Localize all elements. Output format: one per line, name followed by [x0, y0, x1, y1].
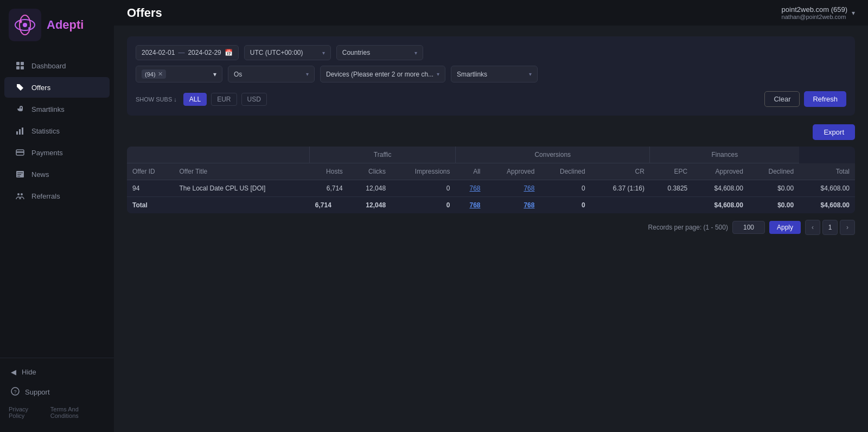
data-table-panel: Traffic Conversions Finances Offer ID Of… [127, 147, 855, 213]
clear-button[interactable]: Clear [764, 91, 800, 107]
cell-hosts: 6,714 [310, 180, 348, 197]
devices-value: Devices (Please enter 2 or more ch... [326, 71, 433, 78]
cell-total-declined: 0 [540, 197, 590, 214]
sidebar-item-dashboard[interactable]: Dashboard [4, 55, 110, 76]
payments-icon [15, 148, 25, 157]
svg-rect-9 [16, 131, 18, 135]
svg-rect-7 [16, 66, 20, 69]
sidebar-item-label: Dashboard [31, 62, 66, 70]
sidebar-item-news[interactable]: News [4, 164, 110, 185]
th-offer-id: Offer ID [127, 163, 174, 180]
sidebar-item-referrals[interactable]: Referrals [4, 186, 110, 206]
svg-rect-10 [19, 129, 21, 135]
date-range-picker[interactable]: 2024-02-01 — 2024-02-29 📅 [136, 45, 239, 60]
th-traffic: Traffic [310, 147, 456, 163]
cell-total-all[interactable]: 768 [456, 197, 486, 214]
cell-total-clicks: 12,048 [348, 197, 391, 214]
svg-rect-5 [16, 62, 20, 65]
user-info: point2web.com (659) nathan@point2web.com… [782, 5, 855, 20]
referrals-icon [15, 191, 25, 201]
refresh-button[interactable]: Refresh [804, 91, 846, 107]
cell-all[interactable]: 768 [456, 180, 486, 197]
dashboard-icon [15, 61, 25, 71]
prev-page-button[interactable]: ‹ [805, 220, 820, 235]
sidebar-item-payments[interactable]: Payments [4, 142, 110, 163]
sidebar-item-offers[interactable]: Offers [4, 77, 110, 98]
sidebar-item-statistics[interactable]: Statistics [4, 120, 110, 141]
cell-approved[interactable]: 768 [486, 180, 540, 197]
timezone-select[interactable]: UTC (UTC+00:00) ▾ [244, 45, 331, 60]
logo-area: Adepti [0, 0, 114, 50]
currency-usd-button[interactable]: USD [241, 93, 267, 106]
smartlinks-select[interactable]: Smartlinks ▾ [451, 66, 538, 82]
th-cr: CR [591, 163, 650, 180]
show-subs-label: SHOW SUBS ↓ [136, 96, 177, 103]
sidebar-item-label: News [31, 170, 49, 179]
records-per-page-label: Records per page: (1 - 500) [648, 224, 728, 231]
page-nav: ‹ 1 › [805, 220, 855, 235]
os-value: Os [234, 71, 303, 78]
th-offer-title: Offer Title [174, 163, 309, 180]
offer-tag-badge: (94) ✕ [142, 69, 166, 79]
apply-button[interactable]: Apply [769, 221, 801, 234]
export-button[interactable]: Export [813, 124, 855, 140]
cell-total-impressions: 0 [391, 197, 455, 214]
tag-close-icon[interactable]: ✕ [158, 71, 163, 78]
user-email: nathan@point2web.com [782, 14, 847, 20]
th-epc: EPC [650, 163, 693, 180]
hide-sidebar-button[interactable]: ◀ Hide [0, 363, 114, 382]
th-hosts: Hosts [310, 163, 348, 180]
terms-link[interactable]: Terms And Conditions [50, 406, 105, 419]
cell-total-epc [650, 197, 693, 214]
svg-rect-13 [16, 151, 24, 153]
th-fin-total: Total [799, 163, 855, 180]
os-select[interactable]: Os ▾ [228, 66, 315, 82]
offers-icon [15, 82, 25, 92]
sidebar-item-label: Payments [31, 149, 63, 157]
offer-tag-select[interactable]: (94) ✕ ▾ [136, 66, 222, 82]
chevron-down-icon: ▾ [414, 50, 417, 56]
table-group-header-row: Traffic Conversions Finances [127, 147, 855, 163]
pagination-row: Records per page: (1 - 500) 100 Apply ‹ … [127, 220, 855, 237]
sidebar-bottom: ◀ Hide ? Support Privacy Policy Terms An… [0, 358, 114, 427]
next-page-button[interactable]: › [840, 220, 855, 235]
sidebar-item-label: Referrals [31, 192, 60, 200]
currency-all-button[interactable]: ALL [183, 93, 207, 106]
page-title: Offers [127, 6, 162, 20]
per-page-input[interactable]: 100 [732, 221, 765, 234]
cell-fin-total: $4,608.00 [799, 180, 855, 197]
chevron-down-icon: ▾ [437, 71, 439, 77]
th-all: All [456, 163, 486, 180]
cell-total-approved[interactable]: 768 [486, 197, 540, 214]
th-approved: Approved [486, 163, 540, 180]
filter-panel: 2024-02-01 — 2024-02-29 📅 UTC (UTC+00:00… [127, 36, 855, 116]
privacy-policy-link[interactable]: Privacy Policy [9, 406, 44, 419]
sidebar-item-smartlinks[interactable]: Smartlinks [4, 99, 110, 119]
cell-total-fin-declined: $0.00 [749, 197, 799, 214]
cell-total-hosts: 6,714 [310, 197, 348, 214]
countries-select[interactable]: Countries ▾ [336, 45, 423, 60]
sidebar-item-label: Offers [31, 84, 50, 92]
svg-point-15 [21, 193, 23, 195]
topbar: Offers point2web.com (659) nathan@point2… [114, 0, 868, 26]
currency-eur-button[interactable]: EUR [211, 93, 237, 106]
svg-point-2 [23, 23, 27, 27]
sidebar-item-label: Statistics [31, 127, 60, 135]
cell-declined: 0 [540, 180, 590, 197]
footer-links: Privacy Policy Terms And Conditions [0, 403, 114, 422]
hide-label: Hide [22, 368, 36, 376]
cell-fin-approved: $4,608.00 [693, 180, 749, 197]
cell-clicks: 12,048 [348, 180, 391, 197]
cell-total-fin-total: $4,608.00 [799, 197, 855, 214]
devices-select[interactable]: Devices (Please enter 2 or more ch... ▾ [320, 66, 445, 82]
news-icon [15, 169, 25, 179]
support-button[interactable]: ? Support [0, 382, 114, 403]
svg-rect-11 [22, 128, 23, 135]
export-row: Export [127, 124, 855, 140]
chevron-down-icon[interactable]: ▾ [852, 9, 855, 17]
cell-total-cr [591, 197, 650, 214]
cell-total-label: Total [127, 197, 310, 214]
th-impressions: Impressions [391, 163, 455, 180]
chevron-left-icon: ◀ [11, 368, 16, 376]
svg-text:?: ? [14, 389, 16, 395]
